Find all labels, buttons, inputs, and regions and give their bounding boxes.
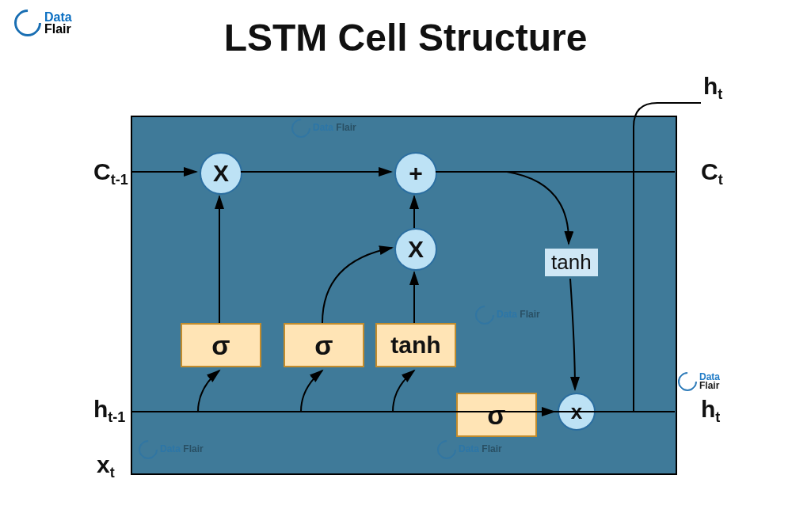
- label-h-prev: ht-1: [93, 396, 125, 423]
- output-gate-sigma: σ: [456, 393, 537, 437]
- logo-text: Data Flair: [44, 11, 72, 35]
- brand-logo: Data Flair: [14, 10, 72, 36]
- input-multiply-op: X: [394, 228, 437, 271]
- diagram-title: LSTM Cell Structure: [224, 16, 588, 59]
- logo-icon: [9, 4, 47, 42]
- watermark-5: DataFlair: [678, 372, 720, 391]
- forget-gate-sigma: σ: [181, 323, 261, 367]
- label-c-t: Ct: [701, 158, 723, 185]
- label-x-t: xt: [97, 451, 115, 478]
- label-c-prev: Ct-1: [93, 158, 128, 185]
- input-gate-sigma: σ: [284, 323, 364, 367]
- add-op: +: [394, 152, 437, 195]
- label-h-t-top: ht: [703, 73, 722, 100]
- label-h-t-side: ht: [701, 396, 720, 423]
- tanh-output-box: tanh: [543, 247, 600, 278]
- candidate-tanh: tanh: [375, 323, 456, 367]
- output-multiply-op: x: [558, 393, 596, 431]
- forget-multiply-op: X: [200, 152, 242, 195]
